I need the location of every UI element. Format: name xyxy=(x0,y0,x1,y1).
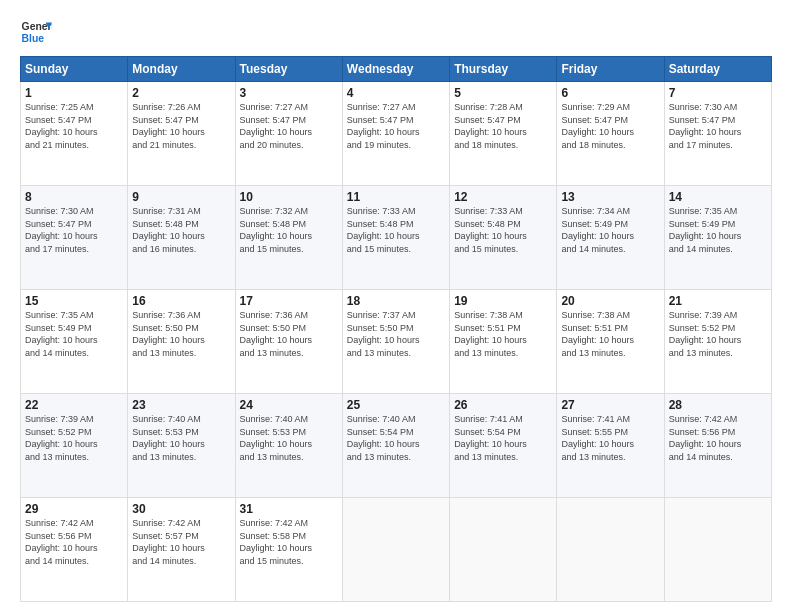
day-info: Sunrise: 7:32 AM Sunset: 5:48 PM Dayligh… xyxy=(240,205,338,255)
day-info: Sunrise: 7:29 AM Sunset: 5:47 PM Dayligh… xyxy=(561,101,659,151)
calendar-cell: 13Sunrise: 7:34 AM Sunset: 5:49 PM Dayli… xyxy=(557,186,664,290)
calendar-cell: 24Sunrise: 7:40 AM Sunset: 5:53 PM Dayli… xyxy=(235,394,342,498)
day-info: Sunrise: 7:42 AM Sunset: 5:57 PM Dayligh… xyxy=(132,517,230,567)
weekday-header: Sunday xyxy=(21,57,128,82)
day-number: 14 xyxy=(669,190,767,204)
day-info: Sunrise: 7:42 AM Sunset: 5:56 PM Dayligh… xyxy=(25,517,123,567)
page: General Blue SundayMondayTuesdayWednesda… xyxy=(0,0,792,612)
weekday-header: Friday xyxy=(557,57,664,82)
calendar-cell: 29Sunrise: 7:42 AM Sunset: 5:56 PM Dayli… xyxy=(21,498,128,602)
day-info: Sunrise: 7:33 AM Sunset: 5:48 PM Dayligh… xyxy=(347,205,445,255)
day-number: 19 xyxy=(454,294,552,308)
day-number: 15 xyxy=(25,294,123,308)
day-info: Sunrise: 7:40 AM Sunset: 5:54 PM Dayligh… xyxy=(347,413,445,463)
day-info: Sunrise: 7:28 AM Sunset: 5:47 PM Dayligh… xyxy=(454,101,552,151)
day-info: Sunrise: 7:41 AM Sunset: 5:54 PM Dayligh… xyxy=(454,413,552,463)
day-number: 5 xyxy=(454,86,552,100)
day-number: 1 xyxy=(25,86,123,100)
day-info: Sunrise: 7:41 AM Sunset: 5:55 PM Dayligh… xyxy=(561,413,659,463)
day-info: Sunrise: 7:30 AM Sunset: 5:47 PM Dayligh… xyxy=(669,101,767,151)
day-number: 27 xyxy=(561,398,659,412)
calendar-cell: 22Sunrise: 7:39 AM Sunset: 5:52 PM Dayli… xyxy=(21,394,128,498)
day-number: 16 xyxy=(132,294,230,308)
day-info: Sunrise: 7:35 AM Sunset: 5:49 PM Dayligh… xyxy=(669,205,767,255)
day-info: Sunrise: 7:40 AM Sunset: 5:53 PM Dayligh… xyxy=(132,413,230,463)
calendar-week-row: 15Sunrise: 7:35 AM Sunset: 5:49 PM Dayli… xyxy=(21,290,772,394)
logo-icon: General Blue xyxy=(20,16,52,48)
calendar-cell: 25Sunrise: 7:40 AM Sunset: 5:54 PM Dayli… xyxy=(342,394,449,498)
calendar-cell: 26Sunrise: 7:41 AM Sunset: 5:54 PM Dayli… xyxy=(450,394,557,498)
weekday-header: Tuesday xyxy=(235,57,342,82)
day-number: 3 xyxy=(240,86,338,100)
calendar-cell: 20Sunrise: 7:38 AM Sunset: 5:51 PM Dayli… xyxy=(557,290,664,394)
calendar-cell: 18Sunrise: 7:37 AM Sunset: 5:50 PM Dayli… xyxy=(342,290,449,394)
day-number: 26 xyxy=(454,398,552,412)
day-info: Sunrise: 7:27 AM Sunset: 5:47 PM Dayligh… xyxy=(240,101,338,151)
calendar-cell: 5Sunrise: 7:28 AM Sunset: 5:47 PM Daylig… xyxy=(450,82,557,186)
calendar-cell: 4Sunrise: 7:27 AM Sunset: 5:47 PM Daylig… xyxy=(342,82,449,186)
svg-text:Blue: Blue xyxy=(22,33,45,44)
day-number: 7 xyxy=(669,86,767,100)
calendar-cell: 14Sunrise: 7:35 AM Sunset: 5:49 PM Dayli… xyxy=(664,186,771,290)
day-number: 2 xyxy=(132,86,230,100)
calendar-cell: 9Sunrise: 7:31 AM Sunset: 5:48 PM Daylig… xyxy=(128,186,235,290)
calendar-header-row: SundayMondayTuesdayWednesdayThursdayFrid… xyxy=(21,57,772,82)
weekday-header: Monday xyxy=(128,57,235,82)
calendar-week-row: 29Sunrise: 7:42 AM Sunset: 5:56 PM Dayli… xyxy=(21,498,772,602)
calendar-cell: 19Sunrise: 7:38 AM Sunset: 5:51 PM Dayli… xyxy=(450,290,557,394)
calendar-cell xyxy=(664,498,771,602)
day-number: 21 xyxy=(669,294,767,308)
day-info: Sunrise: 7:27 AM Sunset: 5:47 PM Dayligh… xyxy=(347,101,445,151)
calendar-cell: 16Sunrise: 7:36 AM Sunset: 5:50 PM Dayli… xyxy=(128,290,235,394)
day-number: 23 xyxy=(132,398,230,412)
calendar-week-row: 1Sunrise: 7:25 AM Sunset: 5:47 PM Daylig… xyxy=(21,82,772,186)
day-info: Sunrise: 7:38 AM Sunset: 5:51 PM Dayligh… xyxy=(561,309,659,359)
day-number: 31 xyxy=(240,502,338,516)
day-info: Sunrise: 7:26 AM Sunset: 5:47 PM Dayligh… xyxy=(132,101,230,151)
day-number: 28 xyxy=(669,398,767,412)
day-number: 9 xyxy=(132,190,230,204)
calendar-cell: 27Sunrise: 7:41 AM Sunset: 5:55 PM Dayli… xyxy=(557,394,664,498)
calendar-cell: 30Sunrise: 7:42 AM Sunset: 5:57 PM Dayli… xyxy=(128,498,235,602)
weekday-header: Saturday xyxy=(664,57,771,82)
calendar-cell: 31Sunrise: 7:42 AM Sunset: 5:58 PM Dayli… xyxy=(235,498,342,602)
day-number: 22 xyxy=(25,398,123,412)
calendar-cell: 12Sunrise: 7:33 AM Sunset: 5:48 PM Dayli… xyxy=(450,186,557,290)
calendar-week-row: 22Sunrise: 7:39 AM Sunset: 5:52 PM Dayli… xyxy=(21,394,772,498)
day-info: Sunrise: 7:42 AM Sunset: 5:56 PM Dayligh… xyxy=(669,413,767,463)
calendar-cell: 10Sunrise: 7:32 AM Sunset: 5:48 PM Dayli… xyxy=(235,186,342,290)
day-number: 13 xyxy=(561,190,659,204)
day-info: Sunrise: 7:39 AM Sunset: 5:52 PM Dayligh… xyxy=(25,413,123,463)
day-number: 18 xyxy=(347,294,445,308)
calendar-cell: 11Sunrise: 7:33 AM Sunset: 5:48 PM Dayli… xyxy=(342,186,449,290)
day-info: Sunrise: 7:42 AM Sunset: 5:58 PM Dayligh… xyxy=(240,517,338,567)
day-number: 8 xyxy=(25,190,123,204)
day-info: Sunrise: 7:30 AM Sunset: 5:47 PM Dayligh… xyxy=(25,205,123,255)
weekday-header: Wednesday xyxy=(342,57,449,82)
calendar-cell: 15Sunrise: 7:35 AM Sunset: 5:49 PM Dayli… xyxy=(21,290,128,394)
weekday-header: Thursday xyxy=(450,57,557,82)
calendar-cell: 2Sunrise: 7:26 AM Sunset: 5:47 PM Daylig… xyxy=(128,82,235,186)
calendar-cell: 3Sunrise: 7:27 AM Sunset: 5:47 PM Daylig… xyxy=(235,82,342,186)
calendar-table: SundayMondayTuesdayWednesdayThursdayFrid… xyxy=(20,56,772,602)
calendar-cell xyxy=(342,498,449,602)
calendar-cell: 1Sunrise: 7:25 AM Sunset: 5:47 PM Daylig… xyxy=(21,82,128,186)
day-number: 29 xyxy=(25,502,123,516)
day-number: 30 xyxy=(132,502,230,516)
day-info: Sunrise: 7:25 AM Sunset: 5:47 PM Dayligh… xyxy=(25,101,123,151)
day-number: 6 xyxy=(561,86,659,100)
calendar-cell: 8Sunrise: 7:30 AM Sunset: 5:47 PM Daylig… xyxy=(21,186,128,290)
day-number: 20 xyxy=(561,294,659,308)
day-number: 10 xyxy=(240,190,338,204)
calendar-cell: 21Sunrise: 7:39 AM Sunset: 5:52 PM Dayli… xyxy=(664,290,771,394)
calendar-cell: 7Sunrise: 7:30 AM Sunset: 5:47 PM Daylig… xyxy=(664,82,771,186)
day-number: 17 xyxy=(240,294,338,308)
logo: General Blue xyxy=(20,16,52,48)
day-info: Sunrise: 7:37 AM Sunset: 5:50 PM Dayligh… xyxy=(347,309,445,359)
calendar-cell xyxy=(450,498,557,602)
calendar-cell xyxy=(557,498,664,602)
day-info: Sunrise: 7:39 AM Sunset: 5:52 PM Dayligh… xyxy=(669,309,767,359)
day-info: Sunrise: 7:33 AM Sunset: 5:48 PM Dayligh… xyxy=(454,205,552,255)
day-number: 25 xyxy=(347,398,445,412)
calendar-cell: 17Sunrise: 7:36 AM Sunset: 5:50 PM Dayli… xyxy=(235,290,342,394)
